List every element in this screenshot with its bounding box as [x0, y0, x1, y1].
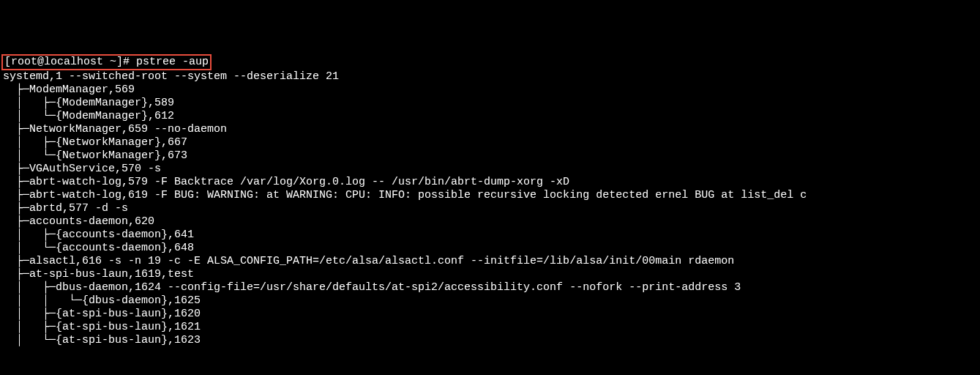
tree-line: ├─at-spi-bus-laun,1619,test [3, 268, 194, 281]
tree-line: │ ├─{at-spi-bus-laun},1620 [3, 308, 201, 320]
terminal-output[interactable]: [root@localhost ~]# pstree -aup systemd,… [0, 53, 980, 349]
tree-line: │ └─{NetworkManager},673 [3, 149, 187, 162]
command-line-highlight: [root@localhost ~]# pstree -aup [1, 54, 212, 70]
tree-line: ├─accounts-daemon,620 [3, 215, 154, 228]
tree-line: │ ├─{accounts-daemon},641 [3, 229, 194, 241]
shell-command: pstree -aup [136, 56, 209, 68]
tree-line: │ ├─{at-spi-bus-laun},1621 [3, 321, 201, 333]
tree-line: │ ├─dbus-daemon,1624 --config-file=/usr/… [3, 281, 741, 294]
tree-line: │ ├─{NetworkManager},667 [3, 136, 187, 149]
tree-line: systemd,1 --switched-root --system --des… [3, 70, 339, 83]
tree-line: ├─abrtd,577 -d -s [3, 202, 128, 215]
tree-line: │ └─{ModemManager},612 [3, 110, 174, 122]
tree-line: │ └─{at-spi-bus-laun},1623 [3, 334, 201, 346]
tree-line: ├─VGAuthService,570 -s [3, 163, 161, 175]
tree-line: │ │ └─{dbus-daemon},1625 [3, 294, 201, 307]
tree-line: ├─abrt-watch-log,619 -F BUG: WARNING: at… [3, 189, 807, 201]
tree-line: ├─alsactl,616 -s -n 19 -c -E ALSA_CONFIG… [3, 255, 734, 267]
tree-line: ├─ModemManager,569 [3, 83, 135, 96]
tree-line: │ └─{accounts-daemon},648 [3, 242, 194, 254]
shell-prompt: [root@localhost ~]# [4, 56, 136, 68]
tree-line: ├─NetworkManager,659 --no-daemon [3, 123, 227, 135]
tree-line: ├─abrt-watch-log,579 -F Backtrace /var/l… [3, 176, 569, 188]
tree-line: │ ├─{ModemManager},589 [3, 97, 174, 109]
